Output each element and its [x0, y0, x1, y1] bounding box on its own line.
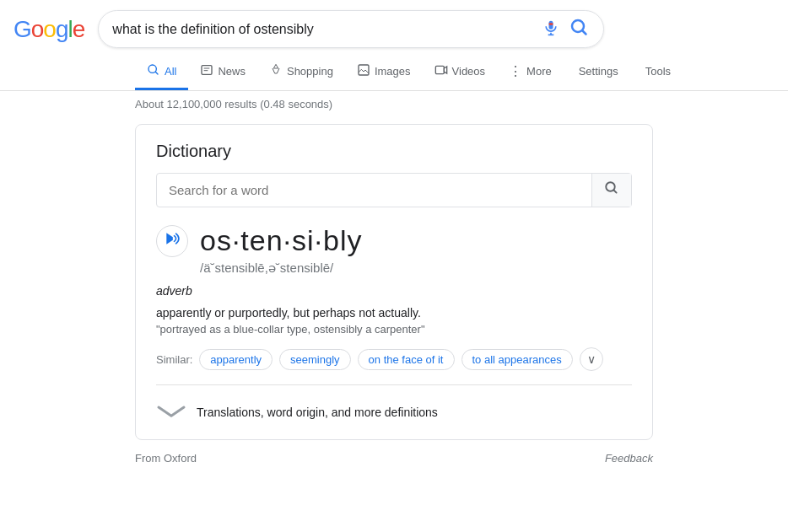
definition-section: apparently or purportedly, but perhaps n… — [156, 306, 632, 336]
news-icon — [200, 63, 213, 79]
translations-row[interactable]: Translations, word origin, and more defi… — [156, 384, 632, 439]
word-text: os·ten·si·bly — [200, 224, 363, 257]
feedback-link[interactable]: Feedback — [605, 452, 653, 465]
svg-marker-8 — [166, 233, 173, 244]
tab-more-label: More — [526, 65, 552, 78]
logo-letter-o2: o — [43, 16, 56, 42]
tab-news[interactable]: News — [188, 55, 257, 90]
dictionary-card: Dictionary os·ten·si·bly /ä˘stensiblē,ə˘… — [135, 124, 653, 440]
source-label: From Oxford — [135, 452, 197, 465]
tab-all-label: All — [165, 65, 176, 78]
tab-videos-label: Videos — [452, 65, 486, 78]
settings-label: Settings — [579, 65, 618, 78]
nav-tabs: All News Shopping Images — [0, 55, 788, 91]
translations-chevron-icon — [156, 397, 186, 427]
tools-label: Tools — [645, 65, 671, 78]
header: Google — [0, 0, 788, 55]
audio-button[interactable] — [156, 225, 188, 257]
similar-label: Similar: — [156, 353, 192, 366]
translations-text: Translations, word origin, and more defi… — [197, 406, 438, 419]
dictionary-search-input[interactable] — [157, 175, 591, 206]
more-icon: ⋮ — [509, 63, 522, 79]
tab-settings[interactable]: Settings — [567, 56, 630, 89]
tab-more[interactable]: ⋮ More — [497, 55, 564, 90]
similar-chip-seemingly[interactable]: seemingly — [279, 349, 351, 370]
tab-all[interactable]: All — [135, 55, 188, 90]
svg-rect-4 — [202, 66, 212, 75]
logo-letter-o1: o — [31, 16, 44, 42]
shopping-icon — [269, 63, 283, 79]
logo-letter-e: e — [73, 16, 85, 42]
dictionary-title: Dictionary — [156, 142, 632, 161]
dictionary-search-button[interactable] — [591, 174, 631, 207]
tab-shopping[interactable]: Shopping — [257, 55, 345, 90]
videos-icon — [434, 63, 448, 79]
svg-rect-0 — [549, 21, 553, 30]
svg-rect-1 — [549, 23, 553, 25]
footer: From Oxford Feedback — [0, 445, 788, 471]
tab-news-label: News — [218, 65, 246, 78]
images-icon — [357, 63, 370, 79]
definition-example: "portrayed as a blue-collar type, ostens… — [156, 323, 632, 336]
search-button[interactable] — [569, 18, 590, 40]
tab-images-label: Images — [375, 65, 411, 78]
logo-letter-g2: g — [56, 16, 68, 42]
part-of-speech: adverb — [156, 284, 632, 298]
audio-icon — [164, 230, 181, 251]
tab-videos[interactable]: Videos — [423, 55, 498, 90]
google-logo: Google — [13, 16, 84, 43]
chevron-down-icon: ∨ — [587, 352, 596, 366]
similar-chip-apparently[interactable]: apparently — [199, 349, 273, 370]
results-count: About 12,100,000 results (0.48 seconds) — [0, 91, 788, 121]
definition-text: apparently or purportedly, but perhaps n… — [156, 306, 632, 320]
similar-chip-to-all-appearances[interactable]: to all appearances — [461, 349, 573, 370]
dict-search-icon — [604, 180, 619, 196]
logo-letter-g: G — [13, 16, 31, 42]
svg-rect-5 — [359, 65, 369, 75]
search-input[interactable] — [112, 22, 536, 37]
similar-row: Similar: apparently seemingly on the fac… — [156, 347, 632, 371]
svg-rect-6 — [435, 66, 444, 73]
phonetic: /ä˘stensiblē,ə˘stensiblē/ — [200, 261, 632, 276]
search-icons — [542, 18, 590, 40]
tab-shopping-label: Shopping — [287, 65, 333, 78]
search-bar — [98, 10, 604, 48]
mic-button[interactable] — [542, 19, 559, 39]
tab-tools[interactable]: Tools — [634, 56, 683, 89]
word-header: os·ten·si·bly — [156, 224, 632, 257]
similar-chip-on-the-face-of-it[interactable]: on the face of it — [358, 349, 455, 370]
tab-images[interactable]: Images — [345, 55, 423, 90]
expand-similar-button[interactable]: ∨ — [580, 347, 603, 371]
all-icon — [147, 63, 160, 79]
dictionary-search-bar — [156, 173, 632, 207]
